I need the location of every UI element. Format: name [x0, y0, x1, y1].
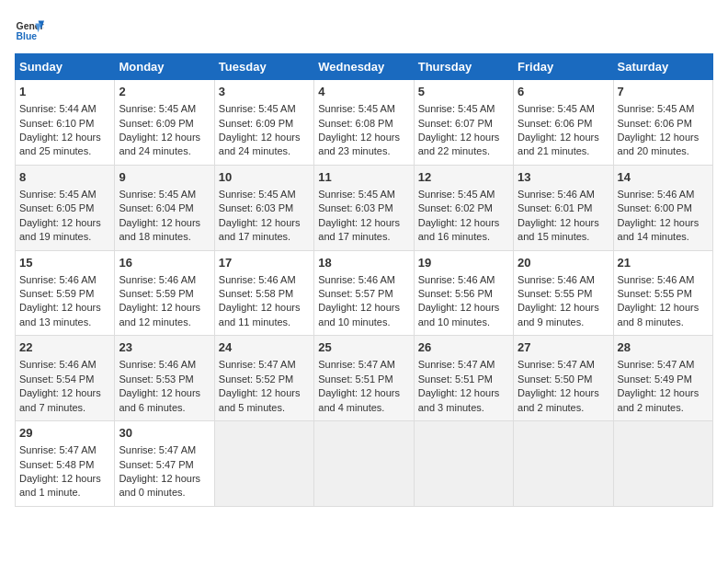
day-number: 9: [119, 169, 210, 186]
header-row: SundayMondayTuesdayWednesdayThursdayFrid…: [16, 54, 713, 80]
day-number: 8: [19, 169, 110, 186]
day-info: Sunrise: 5:47 AMSunset: 5:48 PMDaylight:…: [19, 444, 101, 498]
day-info: Sunrise: 5:46 AMSunset: 5:55 PMDaylight:…: [518, 274, 599, 327]
logo-icon: General Blue: [15, 15, 44, 44]
day-info: Sunrise: 5:46 AMSunset: 5:57 PMDaylight:…: [318, 274, 400, 327]
calendar-cell: 7Sunrise: 5:45 AMSunset: 6:06 PMDaylight…: [613, 80, 712, 166]
day-number: 26: [418, 339, 509, 356]
calendar-cell: 9Sunrise: 5:45 AMSunset: 6:04 PMDaylight…: [115, 165, 214, 250]
calendar-cell: 30Sunrise: 5:47 AMSunset: 5:47 PMDayligh…: [115, 421, 214, 507]
day-info: Sunrise: 5:45 AMSunset: 6:02 PMDaylight:…: [418, 189, 500, 242]
day-number: 17: [219, 255, 310, 271]
day-info: Sunrise: 5:47 AMSunset: 5:51 PMDaylight:…: [418, 359, 500, 412]
day-info: Sunrise: 5:45 AMSunset: 6:07 PMDaylight:…: [418, 103, 500, 156]
calendar-week: 8Sunrise: 5:45 AMSunset: 6:05 PMDaylight…: [16, 165, 713, 250]
svg-text:Blue: Blue: [17, 31, 38, 41]
day-number: 5: [418, 84, 509, 100]
calendar-cell: 19Sunrise: 5:46 AMSunset: 5:56 PMDayligh…: [414, 250, 513, 336]
day-info: Sunrise: 5:46 AMSunset: 5:54 PMDaylight:…: [19, 359, 101, 412]
day-number: 23: [119, 339, 210, 356]
day-info: Sunrise: 5:45 AMSunset: 6:09 PMDaylight:…: [219, 103, 301, 156]
calendar-week: 15Sunrise: 5:46 AMSunset: 5:59 PMDayligh…: [16, 250, 713, 336]
day-info: Sunrise: 5:47 AMSunset: 5:50 PMDaylight:…: [518, 359, 599, 412]
day-info: Sunrise: 5:45 AMSunset: 6:08 PMDaylight:…: [318, 103, 400, 156]
day-info: Sunrise: 5:46 AMSunset: 5:53 PMDaylight:…: [119, 359, 200, 412]
calendar-cell: 25Sunrise: 5:47 AMSunset: 5:51 PMDayligh…: [314, 336, 414, 421]
day-number: 27: [518, 339, 609, 356]
calendar-cell: 13Sunrise: 5:46 AMSunset: 6:01 PMDayligh…: [514, 165, 613, 250]
calendar-week: 22Sunrise: 5:46 AMSunset: 5:54 PMDayligh…: [16, 336, 713, 421]
calendar-cell: 15Sunrise: 5:46 AMSunset: 5:59 PMDayligh…: [16, 250, 115, 336]
header-day: Sunday: [16, 54, 115, 80]
page-header: General Blue: [15, 15, 713, 44]
calendar-cell: 22Sunrise: 5:46 AMSunset: 5:54 PMDayligh…: [16, 336, 115, 421]
day-number: 13: [518, 169, 609, 186]
calendar-cell: 21Sunrise: 5:46 AMSunset: 5:55 PMDayligh…: [613, 250, 712, 336]
day-number: 14: [618, 169, 709, 186]
calendar-cell: 3Sunrise: 5:45 AMSunset: 6:09 PMDaylight…: [214, 80, 313, 166]
logo: General Blue: [15, 15, 44, 44]
calendar-body: 1Sunrise: 5:44 AMSunset: 6:10 PMDaylight…: [16, 80, 713, 507]
day-number: 1: [19, 84, 110, 100]
day-info: Sunrise: 5:45 AMSunset: 6:05 PMDaylight:…: [19, 189, 101, 242]
day-info: Sunrise: 5:45 AMSunset: 6:06 PMDaylight:…: [618, 103, 700, 156]
calendar-cell: 16Sunrise: 5:46 AMSunset: 5:59 PMDayligh…: [115, 250, 214, 336]
calendar-cell: 24Sunrise: 5:47 AMSunset: 5:52 PMDayligh…: [214, 336, 313, 421]
day-info: Sunrise: 5:45 AMSunset: 6:03 PMDaylight:…: [219, 189, 301, 242]
calendar-week: 1Sunrise: 5:44 AMSunset: 6:10 PMDaylight…: [16, 80, 713, 166]
day-info: Sunrise: 5:45 AMSunset: 6:09 PMDaylight:…: [119, 103, 200, 156]
day-info: Sunrise: 5:46 AMSunset: 6:01 PMDaylight:…: [518, 189, 599, 242]
day-info: Sunrise: 5:46 AMSunset: 5:59 PMDaylight:…: [19, 274, 101, 327]
calendar-cell: 20Sunrise: 5:46 AMSunset: 5:55 PMDayligh…: [514, 250, 613, 336]
day-number: 12: [418, 169, 509, 186]
day-info: Sunrise: 5:46 AMSunset: 5:56 PMDaylight:…: [418, 274, 500, 327]
calendar-cell: 10Sunrise: 5:45 AMSunset: 6:03 PMDayligh…: [214, 165, 313, 250]
calendar-cell: 4Sunrise: 5:45 AMSunset: 6:08 PMDaylight…: [314, 80, 414, 166]
day-number: 18: [318, 255, 409, 271]
calendar-cell: 23Sunrise: 5:46 AMSunset: 5:53 PMDayligh…: [115, 336, 214, 421]
header-day: Thursday: [414, 54, 513, 80]
calendar-cell: 12Sunrise: 5:45 AMSunset: 6:02 PMDayligh…: [414, 165, 513, 250]
day-number: 11: [318, 169, 409, 186]
calendar-week: 29Sunrise: 5:47 AMSunset: 5:48 PMDayligh…: [16, 421, 713, 507]
day-number: 10: [219, 169, 310, 186]
day-number: 16: [119, 255, 210, 271]
calendar-cell: 28Sunrise: 5:47 AMSunset: 5:49 PMDayligh…: [613, 336, 712, 421]
calendar-cell: [314, 421, 414, 507]
calendar-cell: 5Sunrise: 5:45 AMSunset: 6:07 PMDaylight…: [414, 80, 513, 166]
header-day: Saturday: [613, 54, 712, 80]
calendar-cell: [214, 421, 313, 507]
day-number: 28: [618, 339, 709, 356]
calendar-cell: [613, 421, 712, 507]
day-info: Sunrise: 5:45 AMSunset: 6:04 PMDaylight:…: [119, 189, 200, 242]
calendar-cell: 11Sunrise: 5:45 AMSunset: 6:03 PMDayligh…: [314, 165, 414, 250]
day-info: Sunrise: 5:47 AMSunset: 5:52 PMDaylight:…: [219, 359, 301, 412]
calendar-cell: 17Sunrise: 5:46 AMSunset: 5:58 PMDayligh…: [214, 250, 313, 336]
day-number: 24: [219, 339, 310, 356]
day-info: Sunrise: 5:46 AMSunset: 5:58 PMDaylight:…: [219, 274, 301, 327]
day-info: Sunrise: 5:46 AMSunset: 5:59 PMDaylight:…: [119, 274, 200, 327]
day-info: Sunrise: 5:45 AMSunset: 6:06 PMDaylight:…: [518, 103, 599, 156]
day-info: Sunrise: 5:47 AMSunset: 5:49 PMDaylight:…: [618, 359, 700, 412]
calendar-cell: 29Sunrise: 5:47 AMSunset: 5:48 PMDayligh…: [16, 421, 115, 507]
day-number: 21: [618, 255, 709, 271]
header-day: Monday: [115, 54, 214, 80]
header-day: Wednesday: [314, 54, 414, 80]
day-number: 19: [418, 255, 509, 271]
calendar-cell: 2Sunrise: 5:45 AMSunset: 6:09 PMDaylight…: [115, 80, 214, 166]
day-info: Sunrise: 5:47 AMSunset: 5:51 PMDaylight:…: [318, 359, 400, 412]
calendar-cell: 27Sunrise: 5:47 AMSunset: 5:50 PMDayligh…: [514, 336, 613, 421]
calendar-cell: [514, 421, 613, 507]
calendar-cell: 8Sunrise: 5:45 AMSunset: 6:05 PMDaylight…: [16, 165, 115, 250]
day-info: Sunrise: 5:46 AMSunset: 6:00 PMDaylight:…: [618, 189, 700, 242]
day-number: 29: [19, 425, 110, 442]
day-info: Sunrise: 5:44 AMSunset: 6:10 PMDaylight:…: [19, 103, 101, 156]
calendar-header: SundayMondayTuesdayWednesdayThursdayFrid…: [16, 54, 713, 80]
header-day: Tuesday: [214, 54, 313, 80]
day-number: 20: [518, 255, 609, 271]
calendar-cell: [414, 421, 513, 507]
day-number: 2: [119, 84, 210, 100]
calendar-cell: 18Sunrise: 5:46 AMSunset: 5:57 PMDayligh…: [314, 250, 414, 336]
day-number: 6: [518, 84, 609, 100]
calendar-cell: 14Sunrise: 5:46 AMSunset: 6:00 PMDayligh…: [613, 165, 712, 250]
